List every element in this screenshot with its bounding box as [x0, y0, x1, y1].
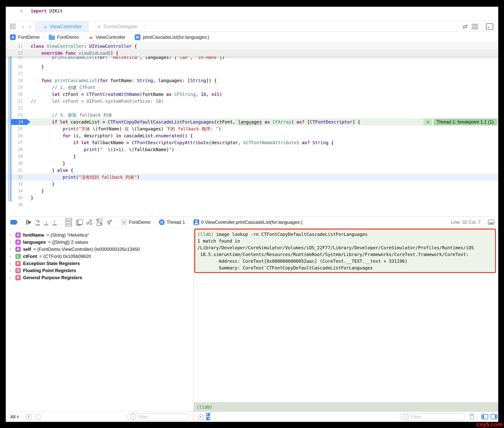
step-out-icon[interactable]: ↑ [53, 219, 57, 225]
code-line[interactable]: 33 } [6, 181, 498, 188]
console-output-toggle-icon[interactable] [206, 413, 210, 420]
console-filter-input[interactable]: ≡ Filter [400, 413, 465, 420]
chevron-right-icon: 〉 [42, 35, 46, 40]
disclosure-chevron-icon[interactable]: › [10, 247, 13, 252]
code-line[interactable]: 27 if let fallbackName = CTFontDescripto… [6, 139, 498, 146]
link-nodes-icon[interactable] [86, 219, 92, 225]
code-token: (i, descriptor) [71, 133, 116, 138]
code-token: ] { [352, 119, 360, 124]
variable-row[interactable]: ›RGeneral Purpose Registers [6, 274, 193, 281]
breakpoint-annotation[interactable]: ≡ Thread 1: breakpoint 1.1 (1) [423, 118, 497, 125]
code-line[interactable]: 11class ViewController: UIViewController… [6, 43, 498, 50]
variable-name: self [23, 247, 31, 252]
memory-graph-icon[interactable] [76, 219, 82, 225]
environment-overrides-icon[interactable] [96, 219, 102, 226]
sticky-shadow [6, 57, 498, 59]
variable-row[interactable]: ›RException State Registers [6, 260, 193, 267]
line-number[interactable]: 12 [6, 50, 23, 57]
tab-label: ViewController [50, 24, 82, 30]
swift-file-icon [88, 34, 93, 40]
sticky-scope-header: 11class ViewController: UIViewController… [6, 43, 498, 57]
debug-breadcrumb-frame[interactable]: 0 ViewController.printCascadeList(for:la… [201, 220, 302, 225]
quicklook-eye-icon[interactable] [198, 414, 204, 420]
breakpoint-indicator[interactable]: 24 [11, 119, 30, 125]
disclosure-chevron-icon[interactable]: › [10, 254, 13, 259]
breadcrumb-method[interactable]: printCascadeList(for:languages:) [143, 34, 209, 40]
code-token: String [312, 140, 328, 145]
breakpoints-toggle-icon[interactable] [10, 220, 18, 224]
tab-viewcontroller[interactable]: ViewController [35, 21, 89, 32]
code-line[interactable]: 20 let ctFont = CTFontCreateWithName(fon… [6, 91, 498, 98]
tab-scenedelegate[interactable]: SceneDelegate [89, 21, 145, 32]
code-line[interactable]: 19 // 1. 创建 CTFont [6, 84, 498, 91]
clear-console-trash-icon[interactable] [470, 414, 474, 420]
dock-right-icon[interactable] [491, 414, 497, 419]
continue-icon[interactable] [26, 220, 32, 225]
code-line[interactable]: 23 // 3. 获取 fallback 列表 [6, 112, 498, 118]
code-token [78, 140, 81, 145]
code-line[interactable]: 29 } [6, 153, 498, 160]
breadcrumb-file[interactable]: ViewController [96, 34, 126, 40]
code-line[interactable]: 17 [6, 70, 498, 77]
disclosure-chevron-icon[interactable]: › [10, 239, 13, 245]
code-line[interactable]: 34 } [6, 188, 498, 194]
code-token: } [31, 189, 44, 193]
quicklook-eye-icon[interactable] [26, 414, 32, 420]
code-line[interactable]: 16 } [6, 63, 498, 70]
simulate-location-icon[interactable] [107, 219, 112, 225]
editor-grid-icon[interactable] [10, 24, 15, 29]
code-line[interactable]: 31 } else { [6, 167, 498, 174]
variable-row[interactable]: ›Alanguages= ([String]) 2 values [6, 239, 193, 246]
forward-icon[interactable]: › [28, 24, 32, 29]
disclosure-chevron-icon[interactable]: › [10, 232, 13, 238]
code-line[interactable]: 18 func printCascadeList(for fontName: S… [6, 77, 498, 84]
info-icon[interactable]: i [35, 414, 41, 420]
line-number[interactable]: 36 [6, 201, 23, 208]
project-icon[interactable]: A [10, 34, 16, 40]
code-line[interactable]: 32 print("没有找到 fallback 列表") [6, 174, 498, 181]
code-text: if let fallbackName = CTFontDescriptorCo… [31, 139, 334, 146]
variable-row[interactable]: ›AfontName= (String) "Helvetica" [6, 231, 193, 239]
code-line[interactable]: 35} [6, 194, 498, 201]
code-line[interactable]: 25 print("字体 \(fontName) 在 \(languages) … [6, 125, 498, 132]
code-review-icon[interactable]: ⇄ [462, 23, 468, 30]
dock-left-icon[interactable] [481, 414, 488, 419]
hide-debug-area-icon[interactable] [488, 220, 494, 225]
code-line[interactable]: 21// let ctFont = UIFont.systemFont(ofSi… [6, 98, 498, 105]
variable-row[interactable]: ›LctFont= (CTFont) 0x105b09620 [6, 253, 193, 260]
variables-scope-select[interactable]: All [10, 414, 19, 420]
lldb-prompt-row[interactable]: (lldb) [194, 402, 498, 412]
breadcrumb-group[interactable]: FontDemo [57, 34, 79, 40]
breadcrumb-project[interactable]: FontDemo [18, 34, 40, 40]
code-line[interactable]: 30 } [6, 160, 498, 167]
code-line[interactable]: 36 [6, 201, 498, 208]
disclosure-chevron-icon[interactable]: › [10, 275, 13, 280]
code-token: } [31, 168, 57, 173]
add-editor-icon[interactable] [486, 23, 493, 30]
folder-icon[interactable] [49, 36, 55, 40]
variable-row[interactable]: ›RFloating Point Registers [6, 267, 193, 274]
menu-icon[interactable]: ≡ [423, 118, 432, 125]
code-line[interactable]: 26 for (i, descriptor) in cascadeList.en… [6, 132, 498, 139]
step-into-icon[interactable]: ↓ [44, 219, 48, 225]
code-token: print [63, 126, 76, 131]
debug-breadcrumb-thread[interactable]: Thread 1 [167, 220, 185, 225]
variables-view[interactable]: ›AfontName= (String) "Helvetica"›Alangua… [6, 228, 193, 412]
disclosure-chevron-icon[interactable]: › [10, 268, 13, 273]
variables-filter-input[interactable]: ≡ Filter [127, 413, 190, 420]
change-bar [8, 56, 10, 201]
disclosure-chevron-icon[interactable]: › [10, 261, 13, 266]
code-line[interactable]: 22 [6, 105, 498, 112]
source-editor[interactable]: 15 printCascadeList(for: "Helvetica", la… [6, 43, 498, 216]
view-hierarchy-icon[interactable] [65, 218, 72, 226]
code-line[interactable]: 12 override func viewDidLoad() { [6, 50, 498, 57]
adjust-editor-icon[interactable] [471, 24, 478, 29]
console-panel[interactable]: (lldb) image lookup -rn CTFontCopyDefaul… [194, 228, 498, 412]
back-icon[interactable]: ‹ [22, 24, 25, 29]
code-text: // 3. 获取 fallback 列表 [31, 112, 112, 118]
step-over-icon[interactable]: ↷ [36, 219, 40, 225]
debug-breadcrumb-app[interactable]: FontDemo [129, 220, 150, 225]
variable-row[interactable]: ›Aself= (FontDemo.ViewController) 0x0000… [6, 246, 193, 253]
code-line[interactable]: 28 print(" \(i+1). \(fallbackName)") [6, 146, 498, 153]
line-number[interactable]: 11 [6, 43, 23, 50]
